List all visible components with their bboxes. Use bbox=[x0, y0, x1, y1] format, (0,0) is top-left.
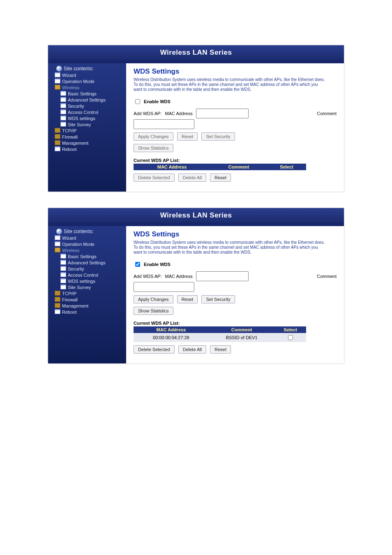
mac-address-label: MAC Address bbox=[165, 274, 192, 279]
sidebar-item-wds[interactable]: WDS settings bbox=[68, 116, 95, 121]
router-panel-enabled: Wireless LAN Series Site contents: Wizar… bbox=[48, 208, 344, 363]
sidebar-item-security[interactable]: Security bbox=[68, 266, 84, 271]
th-comment: Comment bbox=[209, 326, 275, 333]
set-security-button: Set Security bbox=[201, 132, 235, 141]
title-separator bbox=[48, 60, 344, 63]
sidebar-item-access[interactable]: Access Control bbox=[68, 110, 98, 115]
sidebar-item-survey[interactable]: Site Survey bbox=[68, 285, 91, 290]
apply-changes-button[interactable]: Apply Changes bbox=[134, 132, 173, 141]
mac-address-input[interactable] bbox=[196, 271, 249, 281]
sidebar-item-wizard[interactable]: Wizard bbox=[62, 73, 76, 78]
add-wds-label: Add WDS AP: bbox=[134, 274, 161, 279]
sidebar: Site contents: Wizard Operation Mode Wir… bbox=[48, 63, 126, 192]
app-title: Wireless LAN Series bbox=[48, 208, 344, 223]
page-title: WDS Settings bbox=[134, 230, 337, 238]
delete-selected-button: Delete Selected bbox=[134, 173, 175, 182]
doc-icon bbox=[55, 235, 60, 240]
sidebar-heading: Site contents: bbox=[56, 66, 125, 72]
page-title: WDS Settings bbox=[134, 67, 337, 76]
page-description: Wireless Distribution System uses wirele… bbox=[134, 77, 327, 92]
reset-list-button[interactable]: Reset bbox=[210, 173, 231, 182]
sidebar-item-access[interactable]: Access Control bbox=[68, 273, 98, 278]
show-statistics-button[interactable]: Show Statistics bbox=[134, 307, 173, 315]
mac-address-input[interactable] bbox=[196, 109, 249, 118]
sidebar-item-wireless[interactable]: Wireless bbox=[62, 85, 79, 90]
doc-icon bbox=[60, 260, 66, 265]
sidebar-item-wireless[interactable]: Wireless bbox=[62, 248, 79, 253]
th-mac: MAC Address bbox=[134, 164, 210, 170]
doc-icon bbox=[60, 116, 66, 120]
sidebar-item-mgmt[interactable]: Management bbox=[62, 141, 88, 146]
sidebar: Site contents: Wizard Operation Mode Wir… bbox=[48, 226, 126, 363]
sidebar-item-basic[interactable]: Basic Settings bbox=[68, 254, 97, 259]
doc-icon bbox=[55, 72, 60, 77]
title-separator bbox=[48, 223, 344, 226]
doc-icon bbox=[60, 97, 66, 102]
app-title: Wireless LAN Series bbox=[48, 45, 344, 60]
doc-icon bbox=[60, 284, 66, 289]
mac-address-label: MAC Address bbox=[165, 111, 192, 116]
comment-input[interactable] bbox=[134, 119, 194, 129]
sidebar-item-advanced[interactable]: Advanced Settings bbox=[68, 97, 106, 102]
enable-wds-checkbox[interactable] bbox=[135, 99, 140, 104]
row-select-checkbox[interactable] bbox=[288, 335, 293, 340]
apply-changes-button[interactable]: Apply Changes bbox=[134, 295, 173, 303]
doc-icon bbox=[55, 241, 60, 246]
sidebar-item-opmode[interactable]: Operation Mode bbox=[62, 242, 95, 247]
sidebar-item-firewall[interactable]: Firewall bbox=[62, 297, 78, 302]
sidebar-item-survey[interactable]: Site Survey bbox=[68, 122, 91, 127]
comment-input[interactable] bbox=[134, 282, 194, 292]
folder-icon bbox=[55, 128, 60, 133]
th-select: Select bbox=[267, 164, 306, 170]
folder-open-icon bbox=[55, 247, 60, 252]
th-comment: Comment bbox=[210, 164, 267, 170]
sidebar-item-mgmt[interactable]: Management bbox=[62, 303, 88, 308]
doc-icon bbox=[60, 278, 66, 283]
doc-icon bbox=[60, 272, 66, 277]
add-wds-label: Add WDS AP: bbox=[134, 111, 161, 116]
doc-icon bbox=[55, 309, 60, 314]
set-security-button[interactable]: Set Security bbox=[201, 295, 235, 303]
folder-icon bbox=[55, 297, 60, 302]
doc-icon bbox=[55, 79, 60, 83]
th-mac: MAC Address bbox=[134, 326, 209, 333]
sidebar-item-firewall[interactable]: Firewall bbox=[62, 134, 78, 139]
sidebar-item-security[interactable]: Security bbox=[68, 104, 84, 109]
router-panel-disabled: Wireless LAN Series Site contents: Wizar… bbox=[48, 45, 344, 192]
doc-icon bbox=[60, 122, 66, 127]
doc-icon bbox=[60, 91, 66, 96]
cell-select bbox=[275, 333, 306, 342]
cell-mac: 00:00:00:04:27:28 bbox=[134, 333, 209, 342]
sidebar-item-wds[interactable]: WDS settings bbox=[68, 279, 95, 284]
table-row: 00:00:00:04:27:28 BSSID of DEV1 bbox=[134, 333, 306, 342]
sidebar-item-opmode[interactable]: Operation Mode bbox=[62, 79, 95, 84]
content-area: WDS Settings Wireless Distribution Syste… bbox=[126, 226, 344, 363]
ap-list-heading: Current WDS AP List: bbox=[134, 158, 337, 163]
sidebar-item-reboot[interactable]: Reboot bbox=[62, 310, 76, 314]
folder-icon bbox=[55, 134, 60, 139]
doc-icon bbox=[60, 103, 66, 108]
reset-list-button[interactable]: Reset bbox=[210, 345, 231, 354]
comment-label: Comment bbox=[317, 111, 337, 116]
enable-wds-label: Enable WDS bbox=[144, 99, 171, 104]
sidebar-item-advanced[interactable]: Advanced Settings bbox=[68, 260, 106, 265]
sidebar-item-tcpip[interactable]: TCP/IP bbox=[62, 291, 76, 296]
show-statistics-button: Show Statistics bbox=[134, 144, 173, 152]
reset-button[interactable]: Reset bbox=[177, 295, 198, 303]
doc-icon bbox=[55, 146, 60, 151]
enable-wds-checkbox[interactable] bbox=[135, 262, 140, 267]
delete-selected-button[interactable]: Delete Selected bbox=[134, 345, 175, 354]
enable-wds-label: Enable WDS bbox=[144, 262, 171, 267]
reset-button[interactable]: Reset bbox=[177, 132, 198, 141]
doc-icon bbox=[60, 109, 66, 114]
comment-label: Comment bbox=[317, 274, 337, 279]
sidebar-item-reboot[interactable]: Reboot bbox=[62, 147, 76, 152]
sidebar-item-basic[interactable]: Basic Settings bbox=[68, 91, 97, 96]
delete-all-button[interactable]: Delete All bbox=[178, 345, 206, 354]
content-area: WDS Settings Wireless Distribution Syste… bbox=[126, 63, 344, 192]
sidebar-item-wizard[interactable]: Wizard bbox=[62, 236, 76, 240]
delete-all-button: Delete All bbox=[178, 173, 206, 182]
sidebar-item-tcpip[interactable]: TCP/IP bbox=[62, 128, 76, 133]
folder-icon bbox=[55, 291, 60, 296]
doc-icon bbox=[60, 254, 66, 259]
